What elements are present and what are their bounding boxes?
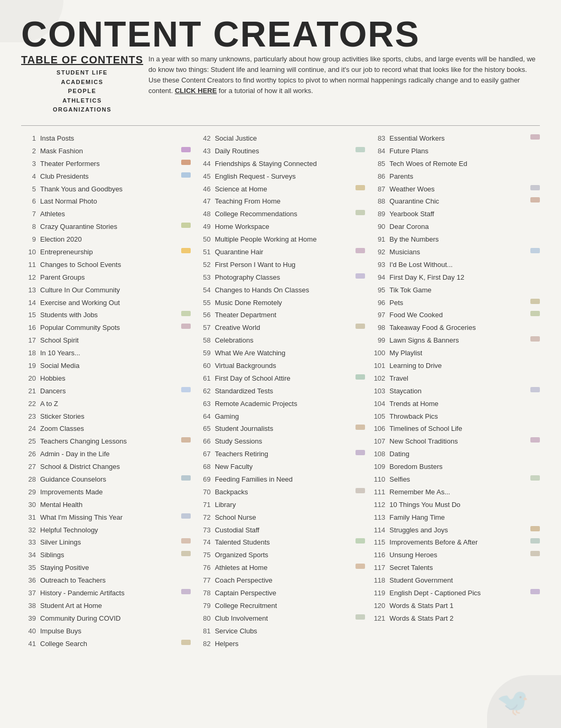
list-item[interactable]: 44Friendships & Staying Connected: [196, 160, 366, 169]
list-item[interactable]: 113Family Hang Time: [370, 513, 540, 522]
list-item[interactable]: 17School Spirit: [21, 336, 191, 345]
list-item[interactable]: 74Talented Students: [196, 538, 366, 547]
list-item[interactable]: 40Impulse Buys: [21, 627, 191, 636]
list-item[interactable]: 7Athletes: [21, 210, 191, 219]
list-item[interactable]: 79College Recruitment: [196, 602, 366, 611]
list-item[interactable]: 43Daily Routines: [196, 147, 366, 156]
list-item[interactable]: 50Multiple People Working at Home: [196, 235, 366, 244]
nav-people[interactable]: PEOPLE: [68, 87, 97, 96]
list-item[interactable]: 9Election 2020: [21, 235, 191, 244]
list-item[interactable]: 2Mask Fashion: [21, 147, 191, 156]
list-item[interactable]: 99Lawn Signs & Banners: [370, 336, 540, 345]
list-item[interactable]: 88Quarantine Chic: [370, 197, 540, 206]
list-item[interactable]: 110Selfies: [370, 475, 540, 484]
list-item[interactable]: 69Feeding Families in Need: [196, 475, 366, 484]
list-item[interactable]: 31What I'm Missing This Year: [21, 513, 191, 522]
list-item[interactable]: 73Custodial Staff: [196, 526, 366, 535]
list-item[interactable]: 104Trends at Home: [370, 400, 540, 409]
list-item[interactable]: 37History - Pandemic Artifacts: [21, 589, 191, 598]
list-item[interactable]: 10Entrepreneurship: [21, 248, 191, 257]
list-item[interactable]: 52First Person I Want to Hug: [196, 261, 366, 270]
list-item[interactable]: 26Admin - Day in the Life: [21, 450, 191, 459]
list-item[interactable]: 14Exercise and Working Out: [21, 299, 191, 308]
list-item[interactable]: 15Students with Jobs: [21, 311, 191, 320]
list-item[interactable]: 63Remote Academic Projects: [196, 400, 366, 409]
list-item[interactable]: 78Captain Perspective: [196, 589, 366, 598]
list-item[interactable]: 56Theater Department: [196, 311, 366, 320]
list-item[interactable]: 116Unsung Heroes: [370, 551, 540, 560]
list-item[interactable]: 85Tech Woes of Remote Ed: [370, 160, 540, 169]
nav-student-life[interactable]: STUDENT LIFE: [57, 68, 108, 78]
list-item[interactable]: 53Photography Classes: [196, 273, 366, 282]
list-item[interactable]: 45English Request - Surveys: [196, 172, 366, 181]
list-item[interactable]: 24Zoom Classes: [21, 425, 191, 434]
list-item[interactable]: 49Home Workspace: [196, 223, 366, 232]
list-item[interactable]: 8Crazy Quarantine Stories: [21, 223, 191, 232]
list-item[interactable]: 106Timelines of School Life: [370, 425, 540, 434]
list-item[interactable]: 62Standardized Tests: [196, 387, 366, 396]
list-item[interactable]: 6Last Normal Photo: [21, 197, 191, 206]
list-item[interactable]: 19Social Media: [21, 362, 191, 371]
list-item[interactable]: 72School Nurse: [196, 513, 366, 522]
list-item[interactable]: 41College Search: [21, 640, 191, 649]
list-item[interactable]: 70Backpacks: [196, 488, 366, 497]
list-item[interactable]: 114Struggles and Joys: [370, 526, 540, 535]
list-item[interactable]: 47Teaching From Home: [196, 197, 366, 206]
list-item[interactable]: 107New School Traditions: [370, 437, 540, 446]
list-item[interactable]: 55Music Done Remotely: [196, 299, 366, 308]
list-item[interactable]: 61First Day of School Attire: [196, 374, 366, 383]
list-item[interactable]: 46Science at Home: [196, 185, 366, 194]
list-item[interactable]: 4Club Presidents: [21, 172, 191, 181]
list-item[interactable]: 3Theater Performers: [21, 160, 191, 169]
list-item[interactable]: 60Virtual Backgrounds: [196, 362, 366, 371]
list-item[interactable]: 27School & District Changes: [21, 463, 191, 472]
list-item[interactable]: 42Social Justice: [196, 134, 366, 143]
list-item[interactable]: 67Teachers Retiring: [196, 450, 366, 459]
list-item[interactable]: 102Travel: [370, 374, 540, 383]
list-item[interactable]: 118Student Government: [370, 576, 540, 585]
list-item[interactable]: 13Culture In Our Community: [21, 286, 191, 295]
list-item[interactable]: 83Essential Workers: [370, 134, 540, 143]
list-item[interactable]: 82Helpers: [196, 640, 366, 649]
list-item[interactable]: 39Community During COVID: [21, 614, 191, 623]
list-item[interactable]: 97Food We Cooked: [370, 311, 540, 320]
list-item[interactable]: 29Improvements Made: [21, 488, 191, 497]
nav-academics[interactable]: ACADEMICS: [61, 78, 103, 87]
list-item[interactable]: 92Musicians: [370, 248, 540, 257]
list-item[interactable]: 54Changes to Hands On Classes: [196, 286, 366, 295]
list-item[interactable]: 71Library: [196, 501, 366, 510]
list-item[interactable]: 38Student Art at Home: [21, 602, 191, 611]
nav-athletics[interactable]: ATHLETICS: [62, 96, 101, 106]
list-item[interactable]: 18In 10 Years...: [21, 349, 191, 358]
list-item[interactable]: 80Club Involvement: [196, 614, 366, 623]
list-item[interactable]: 111Remember Me As...: [370, 488, 540, 497]
list-item[interactable]: 21Dancers: [21, 387, 191, 396]
list-item[interactable]: 100My Playlist: [370, 349, 540, 358]
list-item[interactable]: 22A to Z: [21, 400, 191, 409]
list-item[interactable]: 103Staycation: [370, 387, 540, 396]
list-item[interactable]: 96Pets: [370, 299, 540, 308]
list-item[interactable]: 57Creative World: [196, 324, 366, 333]
list-item[interactable]: 95Tik Tok Game: [370, 286, 540, 295]
list-item[interactable]: 119English Dept - Captioned Pics: [370, 589, 540, 598]
list-item[interactable]: 94First Day K, First Day 12: [370, 273, 540, 282]
list-item[interactable]: 84Future Plans: [370, 147, 540, 156]
list-item[interactable]: 64Gaming: [196, 412, 366, 421]
list-item[interactable]: 16Popular Community Spots: [21, 324, 191, 333]
list-item[interactable]: 121Words & Stats Part 2: [370, 614, 540, 623]
list-item[interactable]: 66Study Sessions: [196, 437, 366, 446]
list-item[interactable]: 115Improvements Before & After: [370, 538, 540, 547]
list-item[interactable]: 87Weather Woes: [370, 185, 540, 194]
list-item[interactable]: 81Service Clubs: [196, 627, 366, 636]
list-item[interactable]: 91By the Numbers: [370, 235, 540, 244]
list-item[interactable]: 68New Faculty: [196, 463, 366, 472]
list-item[interactable]: 93I'd Be Lost Without...: [370, 261, 540, 270]
list-item[interactable]: 105Throwback Pics: [370, 412, 540, 421]
list-item[interactable]: 48College Recommendations: [196, 210, 366, 219]
nav-organizations[interactable]: ORGANIZATIONS: [53, 105, 111, 115]
list-item[interactable]: 90Dear Corona: [370, 223, 540, 232]
list-item[interactable]: 51Quarantine Hair: [196, 248, 366, 257]
list-item[interactable]: 34Siblings: [21, 551, 191, 560]
list-item[interactable]: 25Teachers Changing Lessons: [21, 437, 191, 446]
list-item[interactable]: 65Student Journalists: [196, 425, 366, 434]
